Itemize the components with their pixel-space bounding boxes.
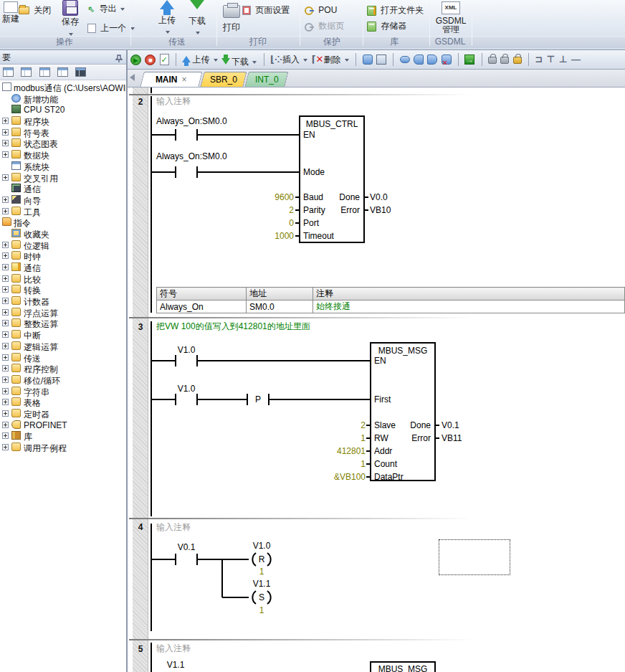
run-button[interactable]: ▶ [130,52,141,67]
reset-coil-letter[interactable]: R [254,554,269,564]
open-folder-button[interactable]: 打开文件夹 [367,4,424,16]
operand-value[interactable]: &VB100 [314,472,366,482]
goto-button[interactable]: → [464,52,474,67]
save-dropdown-caret-icon[interactable] [69,33,73,36]
expander-plus-icon[interactable] [2,242,9,248]
sidebar-item[interactable]: 逻辑运算 [0,341,126,352]
expander-plus-icon[interactable] [2,208,9,214]
pou-cascade-button[interactable] [363,52,373,67]
delete-button[interactable]: ⌈✕删除 [312,52,349,67]
wire-line-down-button[interactable]: ⊤ [547,52,555,67]
box-element-button[interactable] [400,52,410,67]
download-button[interactable]: 下载 [182,0,212,37]
sidebar-item[interactable]: 调用子例程 [0,442,126,453]
expander-plus-icon[interactable] [2,399,9,405]
mbus-msg-block-title[interactable]: MBUS_MSG [371,346,435,356]
pou-button[interactable]: POU [304,4,337,15]
contact-label[interactable]: V1.0 [176,345,197,355]
wire-line-button[interactable]: — [571,52,581,67]
address-header-cell[interactable]: 地址 [247,288,313,300]
sidebar-item[interactable]: 程序控制 [0,363,126,374]
expander-plus-icon[interactable] [2,365,9,372]
export-dropdown-caret-icon[interactable] [120,8,125,11]
symbol-header-cell[interactable]: 符号 [157,288,247,300]
operand-value[interactable]: 2 [251,205,294,215]
download-toolbar-button[interactable]: 下载 [221,52,257,67]
unlock-button[interactable] [500,52,509,67]
expander-plus-icon[interactable] [2,309,9,316]
sidebar-item[interactable]: 交叉引用 [0,172,126,184]
sidebar-item[interactable]: 移位/循环 [0,374,126,386]
sidebar-item[interactable]: 定时器 [0,408,126,420]
sidebar-item[interactable]: 数据块 [0,149,126,161]
upload-toolbar-button[interactable]: 上传 [182,52,217,67]
operand-value[interactable]: 1 [254,567,269,577]
expander-plus-icon[interactable] [2,331,9,338]
operand-value[interactable]: VB10 [370,205,391,215]
operand-value[interactable]: V0.0 [370,192,388,202]
sidebar-item[interactable]: 位逻辑 [0,240,126,251]
operand-value[interactable]: V0.1 [442,420,459,430]
coil-label[interactable]: V1.1 [251,579,272,589]
sidebar-item[interactable]: 程序块 [0,115,126,127]
sidebar-item[interactable]: 时钟 [0,250,126,262]
network-3-comment[interactable]: 把VW 100的值写入到412801的地址里面 [156,321,310,331]
sidebar-item[interactable]: 工具 [0,206,126,217]
sidebar-item[interactable]: 字符串 [0,386,126,397]
export-button[interactable]: ⇖ 导出 [87,3,125,15]
sidebar-item[interactable]: CPU ST20 [0,104,126,115]
sidebar-item[interactable]: 计数器 [0,295,126,307]
expander-plus-icon[interactable] [2,422,9,428]
sidebar-item[interactable]: 收藏夹 [0,228,126,240]
expander-plus-icon[interactable] [2,410,9,417]
expander-plus-icon[interactable] [2,118,9,124]
data-page-button[interactable]: 数据页 [304,20,344,32]
sidebar-item[interactable]: 中断 [0,329,126,341]
comment-header-cell[interactable]: 注释 [313,288,625,300]
mbus-ctrl-block-title[interactable]: MBUS_CTRL [300,119,364,129]
operand-value[interactable]: 2 [314,420,366,430]
operand-value[interactable]: 0 [251,218,294,228]
coil-label[interactable]: V1.0 [251,541,272,551]
mbus-msg-block-title[interactable]: MBUS_MSG [371,664,435,672]
expander-plus-icon[interactable] [2,320,9,326]
upload-dropdown-caret-icon[interactable] [166,31,170,34]
tab-main[interactable]: MAIN× [140,72,202,87]
download-dropdown-caret-icon[interactable] [196,32,200,34]
sidebar-item[interactable]: 转换 [0,284,126,295]
expander-plus-icon[interactable] [2,286,9,293]
symbol-cell[interactable]: Always_On [157,300,247,313]
expander-plus-icon[interactable] [2,129,9,136]
sidebar-item[interactable]: 系统块 [0,161,126,172]
wire-line-up-button[interactable]: ⊥ [559,52,568,67]
insert-caret-icon[interactable] [303,59,307,62]
sidebar-item[interactable]: 状态图表 [0,138,126,149]
save-button[interactable]: 保存 [57,0,83,38]
sidebar-item[interactable]: 通信 [0,262,126,273]
tab-int0[interactable]: INT_0 [244,72,288,87]
expander-plus-icon[interactable] [2,444,9,450]
sidebar-item[interactable]: 指令 [0,217,126,228]
expander-plus-icon[interactable] [2,388,9,394]
download-toolbar-caret-icon[interactable] [252,61,257,64]
sidebar-item[interactable]: 传送 [0,352,126,364]
undo-button[interactable] [414,52,424,67]
expander-plus-icon[interactable] [2,140,9,146]
network-4-comment[interactable]: 输入注释 [156,522,191,532]
network-2-comment[interactable]: 输入注释 [156,96,191,106]
sidebar-item[interactable]: 通信 [0,183,126,194]
contact-label[interactable]: V0.1 [176,542,197,552]
expander-plus-icon[interactable] [2,252,9,259]
print-button[interactable]: 打印 [219,1,244,34]
expander-plus-icon[interactable] [2,264,9,270]
gsdml-manage-button[interactable]: XML GSDML管理 [431,1,470,34]
operand-value[interactable]: 1 [254,605,269,615]
sidebar-item[interactable]: modbus通信 (C:\Users\AOWID\ [0,82,126,93]
insert-button[interactable]: ⌊⁘插入 [270,52,307,67]
lock-button[interactable] [488,52,497,67]
comment-cell[interactable]: 始终接通 [313,300,625,313]
page-setup-button[interactable]: 页面设置 [242,4,290,16]
memory-button[interactable]: 存储器 [367,20,406,32]
expander-plus-icon[interactable] [2,354,9,361]
close-button[interactable]: 关闭 [19,4,51,16]
